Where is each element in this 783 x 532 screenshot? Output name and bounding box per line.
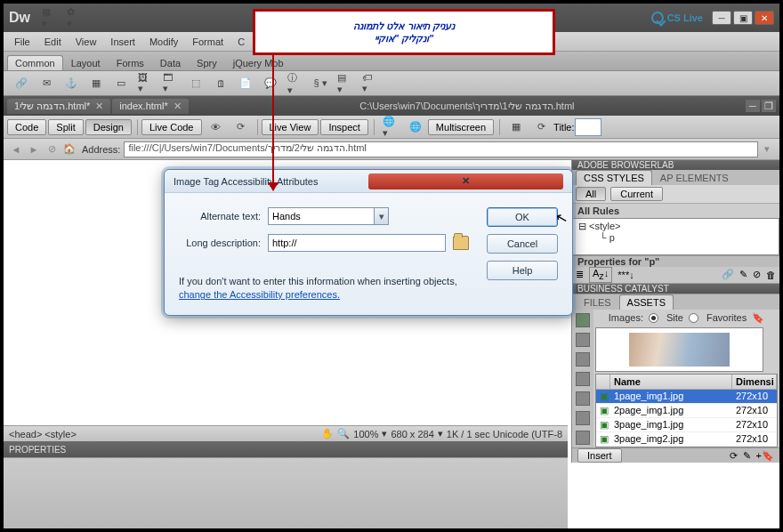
layout-icon[interactable]: ▦ ▾ — [42, 10, 58, 26]
code-button[interactable]: Code — [7, 119, 46, 135]
panel-browserlab[interactable]: ADOBE BROWSERLAB — [572, 160, 779, 170]
hand-tool-icon[interactable]: ✋ — [321, 428, 334, 439]
help-button[interactable]: Help — [487, 261, 558, 280]
menu-more[interactable]: C — [230, 36, 252, 47]
tab-common[interactable]: Common — [7, 55, 63, 70]
ok-button[interactable]: OK — [487, 207, 558, 227]
doc-restore-icon[interactable]: ❐ — [762, 100, 776, 112]
browse-icon[interactable]: ▾ — [760, 142, 774, 157]
asset-images-icon[interactable] — [576, 313, 590, 327]
tab-forms[interactable]: Forms — [109, 55, 152, 70]
css-current-button[interactable]: Current — [610, 187, 663, 201]
forward-icon[interactable]: ► — [27, 142, 41, 157]
browser-nav-icon[interactable]: 🌐▾ — [383, 119, 399, 135]
media-icon[interactable]: 🗔 ▾ — [163, 76, 179, 92]
doc-tab-2[interactable]: index.html* ✕ — [112, 99, 188, 114]
ssi-icon[interactable]: 📄 — [238, 76, 254, 92]
rule-p[interactable]: └ p — [575, 232, 777, 243]
liveview-button[interactable]: Live View — [262, 119, 319, 135]
date-icon[interactable]: 🗓 — [213, 76, 229, 92]
live-data-icon[interactable]: ⟳ — [233, 119, 249, 135]
new-rule-icon[interactable]: ✎ — [739, 269, 747, 280]
table-icon[interactable]: ▦ — [88, 76, 104, 92]
close-icon[interactable]: ✕ — [174, 101, 182, 112]
asset-templates-icon[interactable] — [576, 411, 590, 425]
split-button[interactable]: Split — [48, 119, 83, 135]
head-icon[interactable]: ⓘ ▾ — [287, 76, 303, 92]
tab-jquery[interactable]: jQuery Mob — [225, 55, 292, 70]
cancel-button[interactable]: Cancel — [487, 234, 558, 254]
comment-icon[interactable]: 💬 — [262, 76, 278, 92]
longdesc-input[interactable] — [268, 234, 446, 252]
widget-icon[interactable]: ⬚ — [188, 76, 204, 92]
back-icon[interactable]: ◄ — [9, 142, 23, 157]
radio-favorites[interactable] — [689, 313, 698, 323]
dialog-close-button[interactable]: ✕ — [368, 173, 563, 189]
css-all-button[interactable]: All — [576, 187, 606, 201]
category-icon[interactable]: ***↓ — [618, 270, 634, 280]
menu-view[interactable]: View — [69, 36, 104, 47]
asset-scripts-icon[interactable] — [576, 391, 590, 406]
home-icon[interactable]: 🏠 — [62, 142, 77, 157]
multiscreen-button[interactable]: Multiscreen — [428, 119, 494, 135]
css-rules-list[interactable]: ⊟ <style> └ p — [572, 218, 779, 255]
title-input[interactable] — [575, 118, 601, 136]
inspect-button[interactable]: Inspect — [320, 119, 367, 135]
maximize-button[interactable]: ▣ — [733, 11, 753, 25]
add-property-icon[interactable]: ≣ — [576, 269, 584, 280]
add-favorite-icon[interactable]: +🔖 — [756, 450, 774, 462]
menu-modify[interactable]: Modify — [142, 36, 185, 47]
hyperlink-icon[interactable]: 🔗 — [13, 76, 29, 92]
tab-ap-elements[interactable]: AP ELEMENTS — [652, 170, 737, 185]
asset-urls-icon[interactable] — [576, 352, 590, 367]
design-button[interactable]: Design — [85, 119, 132, 135]
stop-icon[interactable]: ⊘ — [44, 142, 59, 157]
alt-dropdown-icon[interactable]: ▾ — [375, 207, 389, 225]
tab-data[interactable]: Data — [152, 55, 189, 70]
image-icon[interactable]: 🖼 ▾ — [138, 76, 154, 92]
email-icon[interactable]: ✉ — [38, 76, 54, 92]
refresh-assets-icon[interactable]: ⟳ — [730, 450, 738, 462]
delete-rule-icon[interactable]: 🗑 — [766, 270, 776, 280]
radio-site[interactable] — [649, 313, 658, 323]
properties-panel-header[interactable]: PROPERTIES — [4, 441, 568, 457]
close-icon[interactable]: ✕ — [95, 101, 103, 112]
close-button[interactable]: ✕ — [755, 11, 774, 25]
th-dimensions[interactable]: Dimensi — [732, 375, 777, 389]
extend-icon[interactable]: ✿ ▾ — [67, 10, 83, 26]
browse-folder-icon[interactable] — [453, 236, 469, 250]
refresh-icon[interactable]: ⟳ — [533, 119, 549, 135]
asset-library-icon[interactable] — [576, 431, 590, 445]
tab-layout[interactable]: Layout — [63, 55, 109, 70]
alt-text-input[interactable] — [268, 207, 375, 225]
tab-files[interactable]: FILES — [576, 294, 619, 310]
tab-css-styles[interactable]: CSS STYLES — [576, 170, 652, 185]
tab-spry[interactable]: Spry — [189, 55, 225, 70]
zoom-tool-icon[interactable]: 🔍 — [337, 428, 350, 439]
th-name[interactable]: Name — [610, 375, 732, 389]
address-input[interactable]: file:///C|/Users/win7/Documents/הדגמה של… — [124, 141, 758, 157]
minimize-button[interactable]: ─ — [712, 11, 731, 25]
edit-rule-icon[interactable]: ⊘ — [753, 269, 761, 280]
tag-selector[interactable]: <head> <style> — [9, 429, 321, 439]
asset-media-icon[interactable] — [576, 372, 590, 386]
asset-row[interactable]: ▣3page_img1.jpg272x10 — [596, 418, 777, 432]
zoom-value[interactable]: 100% — [353, 429, 378, 439]
menu-edit[interactable]: Edit — [37, 36, 69, 47]
edit-asset-icon[interactable]: ✎ — [743, 450, 751, 462]
asset-row[interactable]: ▣1page_img1.jpg272x10 — [596, 390, 777, 404]
tag-icon[interactable]: 🏷 ▾ — [362, 76, 378, 92]
div-icon[interactable]: ▭ — [113, 76, 129, 92]
anchor-icon[interactable]: ⚓ — [63, 76, 79, 92]
doc-minimize-icon[interactable]: ─ — [746, 100, 760, 112]
window-size[interactable]: 680 x 284 — [391, 429, 433, 439]
livecode-button[interactable]: Live Code — [141, 119, 202, 135]
globe-icon[interactable]: 🌐 — [408, 119, 424, 135]
script-icon[interactable]: § ▾ — [312, 76, 328, 92]
inspect-live-icon[interactable]: 👁 — [208, 119, 224, 135]
asset-row[interactable]: ▣2page_img1.jpg272x10 — [596, 404, 777, 418]
az-sort-icon[interactable]: Az↓ — [589, 267, 612, 282]
tab-assets[interactable]: ASSETS — [619, 294, 674, 310]
menu-format[interactable]: Format — [185, 36, 230, 47]
visual-aids-icon[interactable]: ▦ — [508, 119, 524, 135]
